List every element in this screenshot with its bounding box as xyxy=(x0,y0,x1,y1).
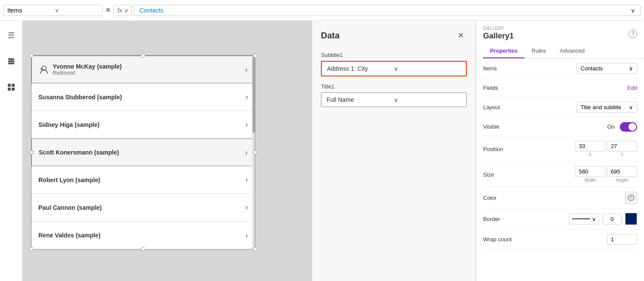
gallery-item-arrow: › xyxy=(245,203,248,212)
items-prop-value: Contacts ∨ xyxy=(518,63,637,74)
title1-dropdown[interactable]: Full Name ∨ xyxy=(321,92,467,107)
border-color-swatch[interactable] xyxy=(625,213,637,225)
gallery-item[interactable]: Susanna Stubberod (sample) › xyxy=(31,83,255,111)
handle-tl[interactable] xyxy=(29,54,34,58)
handle-ml[interactable] xyxy=(29,150,34,155)
grid-icon[interactable] xyxy=(3,79,19,95)
svg-rect-3 xyxy=(8,84,11,87)
fx-button[interactable]: fx ∨ xyxy=(113,5,132,16)
position-prop-label: Position xyxy=(483,146,518,152)
position-x-input[interactable] xyxy=(575,141,605,152)
gallery-item-content: Yvonne McKay (sample) Redmond xyxy=(53,63,245,76)
gallery-item-arrow: › xyxy=(245,120,248,129)
tab-properties[interactable]: Properties xyxy=(483,44,525,58)
wrap-count-input[interactable] xyxy=(607,234,637,245)
border-prop-value: ∨ xyxy=(518,213,637,225)
title1-label: Title1 xyxy=(321,83,467,90)
gallery-widget[interactable]: Yvonne McKay (sample) Redmond › Susanna … xyxy=(31,55,255,249)
color-prop-label: Color xyxy=(483,195,518,201)
gallery-item-title: Rene Valdes (sample) xyxy=(38,232,245,239)
gallery-item-content: Susanna Stubberod (sample) xyxy=(38,94,245,101)
layout-prop-value: Title and subtitle ∨ xyxy=(518,102,637,113)
size-width-input[interactable] xyxy=(575,166,605,177)
handle-tr[interactable] xyxy=(253,54,257,58)
border-style-dropdown[interactable]: ∨ xyxy=(569,214,599,224)
gallery-item-title: Sidney Higa (sample) xyxy=(38,121,245,128)
svg-rect-2 xyxy=(8,63,14,64)
gallery-item-title: Paul Cannon (sample) xyxy=(38,204,245,211)
items-dropdown[interactable]: Items ∨ xyxy=(3,5,103,16)
svg-point-9 xyxy=(631,199,631,199)
subtitle1-value: Address 1: City xyxy=(327,65,394,72)
data-panel: Data ✕ Subtitle1 Address 1: City ∨ Title… xyxy=(312,21,476,281)
position-y-input[interactable] xyxy=(607,141,637,152)
layers-icon[interactable] xyxy=(3,54,19,69)
data-panel-title: Data xyxy=(321,31,339,41)
size-prop-value: Width Height xyxy=(518,166,637,183)
items-prop-label: Items xyxy=(483,65,518,72)
layout-prop-dropdown[interactable]: Title and subtitle ∨ xyxy=(577,102,637,113)
props-fields-row: Fields Edit xyxy=(483,79,637,98)
data-panel-header: Data ✕ xyxy=(321,29,467,41)
size-xy-inputs xyxy=(575,166,637,177)
gallery-item[interactable]: Robert Lyon (sample) › xyxy=(31,166,255,194)
props-color-row: Color xyxy=(483,187,637,208)
handle-br[interactable] xyxy=(253,247,257,251)
wrap-count-prop-label: Wrap count xyxy=(483,236,518,243)
gallery-item[interactable]: Paul Cannon (sample) › xyxy=(31,194,255,221)
tab-rules[interactable]: Rules xyxy=(525,44,553,58)
size-width-label: Width xyxy=(575,178,605,183)
gallery-item[interactable]: Sidney Higa (sample) › xyxy=(31,111,255,139)
props-border-row: Border ∨ xyxy=(483,208,637,230)
handle-tc[interactable] xyxy=(141,54,145,58)
gallery-item-content: Paul Cannon (sample) xyxy=(38,204,245,211)
visible-toggle[interactable] xyxy=(620,122,637,132)
gallery-item-arrow: › xyxy=(245,148,248,157)
data-panel-close-button[interactable]: ✕ xyxy=(455,29,467,41)
subtitle1-field: Subtitle1 Address 1: City ∨ xyxy=(321,52,467,76)
gallery-item-content: Scott Konersmann (sample) xyxy=(39,149,245,156)
handle-bc[interactable] xyxy=(141,247,145,251)
border-width-input[interactable] xyxy=(603,214,622,224)
gallery-item[interactable]: Rene Valdes (sample) › xyxy=(31,221,255,249)
visible-prop-label: Visible xyxy=(483,123,518,130)
props-size-row: Size Width Height xyxy=(483,162,637,187)
items-prop-dropdown[interactable]: Contacts ∨ xyxy=(577,63,637,74)
gallery-item[interactable]: Yvonne McKay (sample) Redmond › xyxy=(31,56,255,83)
svg-rect-1 xyxy=(8,60,14,62)
handle-mr[interactable] xyxy=(253,150,257,155)
formula-value: Contacts xyxy=(139,7,163,14)
hamburger-icon[interactable]: ☰ xyxy=(3,28,19,43)
svg-rect-6 xyxy=(12,88,15,91)
position-xy-labels: X Y xyxy=(575,152,637,157)
items-label: Items xyxy=(7,7,51,14)
size-xy-group: Width Height xyxy=(575,166,637,183)
border-prop-label: Border xyxy=(483,216,518,222)
formula-bar[interactable]: Contacts ∨ xyxy=(134,5,641,16)
position-xy-inputs xyxy=(575,141,637,152)
gallery-item[interactable]: Scott Konersmann (sample) › xyxy=(31,139,255,166)
subtitle1-chevron: ∨ xyxy=(394,65,461,72)
handle-bl[interactable] xyxy=(29,247,34,251)
gallery-item-title: Susanna Stubberod (sample) xyxy=(38,94,245,101)
position-prop-value: X Y xyxy=(518,141,637,157)
props-visible-row: Visible On xyxy=(483,117,637,136)
props-wrap-count-row: Wrap count xyxy=(483,230,637,249)
position-x-label: X xyxy=(575,152,605,157)
props-section-label: GALLERY xyxy=(483,26,514,31)
fields-prop-value: Edit xyxy=(518,85,637,91)
gallery-item-content: Robert Lyon (sample) xyxy=(38,177,245,183)
toggle-thumb xyxy=(628,123,636,131)
position-xy-group: X Y xyxy=(575,141,637,157)
svg-rect-5 xyxy=(8,88,11,91)
size-xy-labels: Width Height xyxy=(575,178,637,183)
tab-advanced[interactable]: Advanced xyxy=(553,44,592,58)
subtitle1-label: Subtitle1 xyxy=(321,52,467,58)
fields-edit-link[interactable]: Edit xyxy=(628,85,637,91)
color-picker-icon[interactable] xyxy=(625,192,637,204)
help-icon[interactable]: ? xyxy=(628,29,637,38)
subtitle1-dropdown[interactable]: Address 1: City ∨ xyxy=(321,61,467,76)
gallery-scrollbar-thumb[interactable] xyxy=(252,56,255,133)
size-height-input[interactable] xyxy=(607,166,637,177)
fields-prop-label: Fields xyxy=(483,85,518,91)
